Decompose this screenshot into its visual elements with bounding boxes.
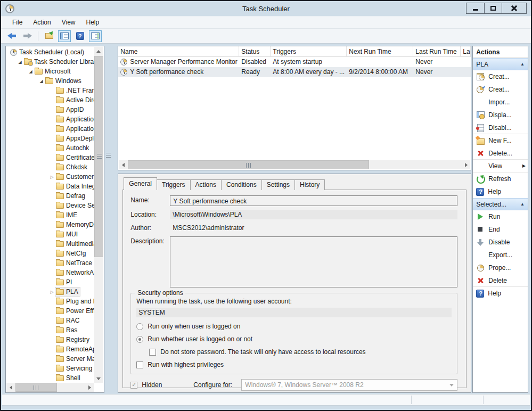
scroll-left-icon[interactable]: [6, 383, 15, 392]
tree-item[interactable]: Server Manager: [6, 354, 94, 364]
action-pane-toggle-button[interactable]: [89, 30, 102, 42]
action-item[interactable]: Impor... ▶: [473, 96, 528, 109]
tree-vertical-scrollbar[interactable]: [94, 47, 103, 383]
action-item[interactable]: End ▶: [473, 223, 528, 236]
tree-expander-icon[interactable]: [48, 290, 55, 294]
tree-item[interactable]: NetCfg: [6, 249, 94, 258]
radio-run-only-logged-on[interactable]: [136, 323, 143, 330]
action-item[interactable]: Displa... ▶: [473, 109, 528, 121]
close-button[interactable]: [502, 3, 526, 13]
tree-item[interactable]: CertificateServic: [6, 153, 94, 162]
tree-expander-icon[interactable]: [48, 175, 55, 179]
tree-item[interactable]: Microsoft: [6, 67, 94, 76]
tree-item[interactable]: Registry: [6, 335, 94, 344]
tree-item[interactable]: MemoryDiagno: [6, 220, 94, 229]
actions-group-header-selected[interactable]: Selected... ▲: [473, 198, 528, 210]
action-item[interactable]: Delete ▶: [473, 274, 528, 287]
column-header[interactable]: Status: [239, 46, 271, 57]
task-row[interactable]: Server Manager Performance Monitor Disab…: [118, 57, 471, 67]
checkbox-hidden[interactable]: [130, 382, 137, 389]
tab[interactable]: History: [294, 179, 325, 190]
tree-item[interactable]: Data Integrity S: [6, 182, 94, 191]
column-header[interactable]: Name: [118, 46, 239, 57]
tree-item[interactable]: MUI: [6, 229, 94, 239]
splitter-grip-icon[interactable]: [106, 153, 111, 159]
back-button[interactable]: [5, 30, 18, 42]
action-item[interactable]: Disable ▶: [473, 236, 528, 249]
action-item[interactable]: New F... ▶: [473, 134, 528, 147]
tree-expander-icon[interactable]: [27, 69, 34, 74]
column-header[interactable]: Triggers: [271, 46, 347, 57]
tree-item[interactable]: PLA: [6, 287, 94, 297]
action-item[interactable]: Delete... ▶: [473, 147, 528, 160]
menu-item[interactable]: Action: [28, 17, 55, 28]
scroll-right-icon[interactable]: [462, 160, 470, 169]
tree-item[interactable]: Defrag: [6, 191, 94, 201]
tree-item[interactable]: Application Exp: [6, 114, 94, 124]
checkbox-do-not-store-password[interactable]: [149, 349, 156, 356]
scroll-up-icon[interactable]: [94, 47, 103, 55]
tree-item[interactable]: NetTrace: [6, 258, 94, 268]
tree-item[interactable]: Customer Exper: [6, 172, 94, 182]
column-header[interactable]: La: [461, 46, 471, 57]
action-item[interactable]: Creat... ▶: [473, 83, 528, 96]
tree-item[interactable]: Chkdsk: [6, 162, 94, 172]
collapse-arrow-icon[interactable]: ▲: [520, 62, 525, 67]
tree-item[interactable]: Shell: [6, 373, 94, 383]
scroll-right-icon[interactable]: [86, 383, 94, 392]
tree-item[interactable]: .NET Framework: [6, 86, 94, 95]
menu-item[interactable]: View: [57, 17, 80, 28]
scroll-down-icon[interactable]: [94, 374, 103, 383]
tree-item[interactable]: AppxDeployme: [6, 134, 94, 143]
tree-item[interactable]: Device Setup: [6, 201, 94, 210]
tree-item[interactable]: AppID: [6, 105, 94, 114]
tab[interactable]: Settings: [261, 179, 295, 190]
tree-horizontal-scrollbar[interactable]: [6, 383, 94, 392]
description-field[interactable]: [170, 236, 457, 287]
up-one-level-button[interactable]: [43, 30, 55, 42]
tree-item[interactable]: Windows: [6, 76, 94, 86]
radio-run-logged-on-or-not[interactable]: [136, 336, 143, 343]
action-item[interactable]: Export... ▶: [473, 249, 528, 261]
tab[interactable]: Conditions: [221, 179, 262, 190]
tree-item[interactable]: Power Efficienc: [6, 306, 94, 316]
tree-item[interactable]: Ras: [6, 325, 94, 335]
console-tree-toggle-button[interactable]: [58, 30, 71, 42]
collapse-arrow-icon[interactable]: ▲: [520, 202, 525, 207]
action-item[interactable]: Help ▶: [473, 185, 528, 198]
scroll-left-icon[interactable]: [119, 160, 127, 169]
action-item[interactable]: Help ▶: [473, 287, 528, 300]
tree-item[interactable]: Servicing: [6, 364, 94, 373]
action-item[interactable]: Refresh ▶: [473, 172, 528, 185]
tree-item[interactable]: Autochk: [6, 143, 94, 153]
task-list-hscrollbar-thumb[interactable]: [128, 160, 369, 169]
action-item[interactable]: Run ▶: [473, 210, 528, 223]
tree-expander-icon[interactable]: [17, 60, 23, 64]
checkbox-run-highest-privileges[interactable]: [136, 361, 143, 368]
action-item[interactable]: Prope... ▶: [473, 261, 528, 274]
configure-for-dropdown[interactable]: Windows® 7, Windows Server™ 2008 R2: [241, 379, 457, 391]
tree-item[interactable]: Plug and Play: [6, 297, 94, 306]
menu-item[interactable]: File: [7, 17, 27, 28]
task-row[interactable]: Y Soft performance check Ready At 8:00 A…: [118, 67, 471, 77]
column-header[interactable]: Last Run Time: [413, 46, 461, 57]
tree-item[interactable]: IME: [6, 210, 94, 220]
tree-item[interactable]: Task Scheduler (Local): [6, 47, 94, 57]
tab[interactable]: General: [124, 177, 157, 190]
menu-item[interactable]: Help: [81, 17, 104, 28]
tree-hscrollbar-thumb[interactable]: [15, 383, 57, 392]
action-item[interactable]: Creat... ▶: [473, 70, 528, 83]
help-button[interactable]: [73, 30, 86, 42]
tree-item[interactable]: PI: [6, 277, 94, 287]
minimize-button[interactable]: [466, 3, 484, 13]
task-list-horizontal-scrollbar[interactable]: [119, 160, 470, 169]
action-item[interactable]: Disabl... ▶: [473, 121, 528, 134]
pane-splitter[interactable]: [104, 46, 118, 393]
tree-item[interactable]: Task Scheduler Library: [6, 57, 94, 67]
tab[interactable]: Actions: [190, 179, 222, 190]
actions-group-header-pla[interactable]: PLA ▲: [473, 58, 528, 70]
column-header[interactable]: Next Run Time: [347, 46, 413, 57]
tree-expander-icon[interactable]: [38, 79, 45, 84]
tree-item[interactable]: Multimedia: [6, 239, 94, 249]
maximize-button[interactable]: [484, 3, 502, 13]
